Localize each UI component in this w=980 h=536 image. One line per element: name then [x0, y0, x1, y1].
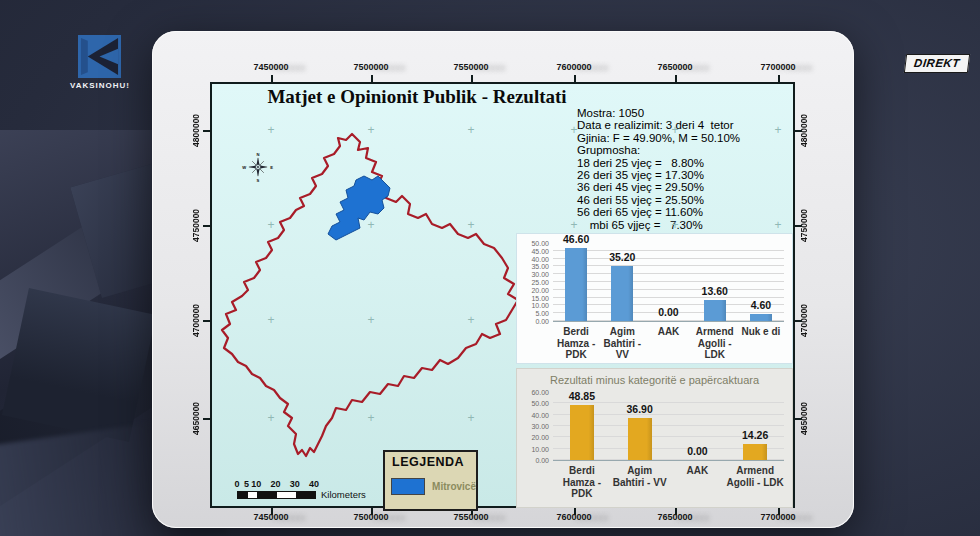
axis-tick [203, 418, 210, 420]
y-axis-tick-label: 25.00 [531, 279, 549, 286]
y-axis-tick-label: 10.00 [531, 446, 549, 453]
y-axis-tick-label: 15.00 [531, 295, 549, 302]
scalebar-segment [277, 492, 296, 498]
chart-column: 36.90 [611, 393, 669, 460]
x-axis-label: 7650000 [645, 62, 705, 72]
svg-text:E: E [270, 165, 273, 170]
scalebar-segment [248, 492, 258, 498]
chart-title: Rezultati minus kategoritë e papërcaktua… [517, 374, 792, 389]
legend-item: Mitrovicë [391, 478, 476, 495]
axis-tick [795, 130, 802, 132]
map-legend: LEGJENDA Mitrovicë [383, 450, 478, 511]
chart-column: 0.00 [645, 244, 691, 321]
bar-value-label: 35.20 [609, 251, 635, 263]
y-axis-tick-label: 30.00 [531, 423, 549, 430]
y-axis-tick-label: 50.00 [531, 240, 549, 247]
bar-value-label: 0.00 [687, 445, 707, 457]
axis-tick [795, 225, 802, 227]
axis-tick [675, 508, 677, 515]
live-badge: DIREKT [904, 54, 970, 73]
bar-value-label: 36.90 [626, 403, 652, 415]
axis-tick [203, 225, 210, 227]
y-axis-tick-label: 40.00 [531, 256, 549, 263]
svg-text:W: W [242, 165, 246, 170]
y-axis-tick-label: 60.00 [531, 389, 549, 396]
axis-tick [271, 75, 273, 82]
y-axis-label: 4650000 [191, 389, 203, 447]
bar-value-label: 4.60 [751, 299, 771, 311]
chart-bar [743, 444, 767, 460]
category-label: Armend Agolli - LDK [692, 326, 738, 361]
x-axis-label: 7700000 [748, 62, 808, 72]
chart-column: 0.00 [669, 393, 727, 460]
scalebar-segment [296, 492, 315, 498]
channel-logo-icon [78, 35, 121, 78]
plot-area: 48.8536.900.0014.26 [553, 393, 784, 461]
category-label: Agim Bahtiri - VV [599, 326, 645, 361]
chart-bar [628, 418, 652, 460]
x-axis-label: 7550000 [441, 62, 501, 72]
chart-bar [611, 266, 633, 321]
scalebar-bar [237, 491, 316, 499]
axis-tick [778, 508, 780, 515]
axis-tick [203, 130, 210, 132]
cube-decoration [2, 288, 156, 442]
axis-tick [271, 508, 273, 515]
y-axis-tick-label: 20.00 [531, 434, 549, 441]
chart-column: 46.60 [553, 244, 599, 321]
bar-value-label: 14.26 [742, 429, 768, 441]
y-axis-label: 4800000 [191, 101, 203, 159]
axis-tick [574, 508, 576, 515]
bar-value-label: 48.85 [569, 390, 595, 402]
chart-column: 48.85 [553, 393, 611, 460]
chart-column: 14.26 [726, 393, 784, 460]
scalebar-segment [238, 492, 248, 498]
legend-item-label: Mitrovicë [432, 481, 476, 492]
y-axis-tick-label: 5.00 [535, 310, 549, 317]
category-label: Berdi Hamza - PDK [553, 326, 599, 361]
chart-bar [704, 300, 726, 321]
axis-tick [203, 320, 210, 322]
adjusted-results-chart: Rezultati minus kategoritë e papërcaktua… [516, 368, 793, 508]
y-axis-tick-label: 40.00 [531, 412, 549, 419]
category-label: AAK [669, 465, 727, 500]
svg-text:N: N [256, 152, 259, 157]
chart-column: 35.20 [599, 244, 645, 321]
chart-bar [565, 248, 587, 321]
scalebar-number: 40 [303, 479, 325, 489]
y-axis-tick-label: 0.00 [535, 457, 549, 464]
y-axis-tick-label: 35.00 [531, 263, 549, 270]
axis-tick [795, 320, 802, 322]
y-axis-tick-label: 50.00 [531, 400, 549, 407]
category-label: Armend Agolli - LDK [726, 465, 784, 500]
axis-tick [675, 75, 677, 82]
y-axis-label: 4750000 [191, 196, 203, 254]
bar-value-label: 13.60 [702, 285, 728, 297]
scalebar-segment [257, 492, 276, 498]
axis-tick [778, 75, 780, 82]
y-axis: 0.005.0010.0015.0020.0025.0030.0035.0040… [517, 244, 553, 322]
axis-tick [371, 508, 373, 515]
category-label: AAK [645, 326, 691, 361]
mitrovice-region [328, 176, 390, 240]
chart-bar [750, 314, 772, 321]
bar-value-label: 0.00 [658, 306, 678, 318]
y-axis-tick-label: 10.00 [531, 302, 549, 309]
axis-tick [471, 75, 473, 82]
category-label: Agim Bahtiri - VV [611, 465, 669, 500]
x-axis-label: 7450000 [241, 62, 301, 72]
poll-results-chart: 0.005.0010.0015.0020.0025.0030.0035.0040… [516, 233, 793, 364]
axis-tick [371, 75, 373, 82]
legend-color-swatch [391, 478, 425, 495]
chart-bar [570, 405, 594, 460]
x-axis-label: 7500000 [341, 62, 401, 72]
y-axis-tick-label: 30.00 [531, 271, 549, 278]
axis-tick [574, 75, 576, 82]
compass-rose-icon: N S W E [243, 152, 273, 186]
y-axis: 0.0010.0020.0030.0040.0050.0060.00 [517, 393, 553, 461]
y-axis-tick-label: 45.00 [531, 248, 549, 255]
category-label: Nuk e di [738, 326, 784, 361]
y-axis-tick-label: 20.00 [531, 287, 549, 294]
x-axis-label: 7600000 [544, 62, 604, 72]
scalebar-unit: Kilometers [321, 489, 366, 500]
